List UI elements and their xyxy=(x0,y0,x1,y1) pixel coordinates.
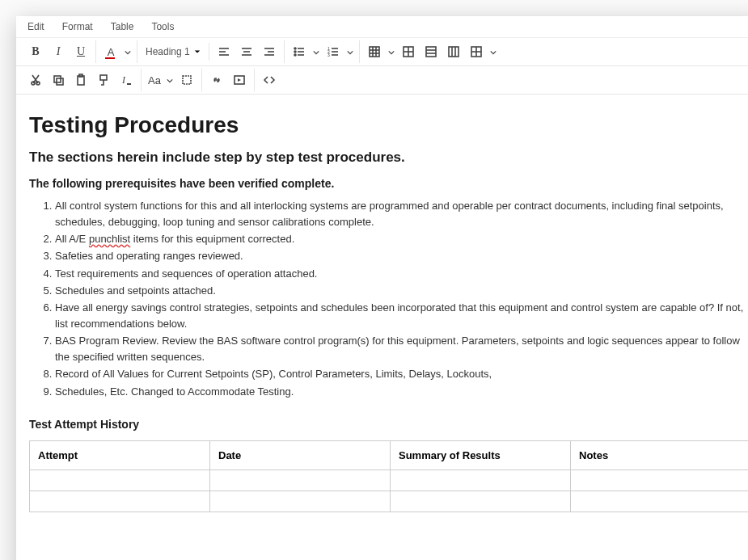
insert-table-menu[interactable] xyxy=(386,40,397,63)
numbered-list-menu[interactable] xyxy=(344,40,356,63)
list-item[interactable]: Schedules, Etc. Changed to Accommodate T… xyxy=(55,384,748,400)
svg-rect-49 xyxy=(183,76,191,84)
toolbar-row-2: I Aa xyxy=(16,66,748,95)
text-color-menu[interactable] xyxy=(122,40,133,63)
block-style-select[interactable]: Heading 1 xyxy=(141,43,205,61)
list-item[interactable]: Have all energy savings control strategi… xyxy=(55,300,748,332)
svg-text:I: I xyxy=(121,74,126,86)
menu-format[interactable]: Format xyxy=(59,19,96,34)
toolbar-row-1: B I U A Heading 1 123 xyxy=(16,38,748,66)
text-case-menu[interactable] xyxy=(164,69,175,91)
copy-button[interactable] xyxy=(47,69,70,91)
table-row[interactable] xyxy=(30,469,749,491)
svg-rect-46 xyxy=(100,75,107,80)
align-left-button[interactable] xyxy=(213,40,235,63)
menu-table[interactable]: Table xyxy=(108,19,137,34)
svg-marker-52 xyxy=(238,78,241,82)
doc-subtitle[interactable]: The sections herein include step by step… xyxy=(29,149,748,166)
col-attempt[interactable]: Attempt xyxy=(30,440,210,469)
chevron-down-icon xyxy=(194,48,201,55)
align-right-button[interactable] xyxy=(258,40,281,63)
table-props-button[interactable] xyxy=(397,40,420,63)
block-style-label: Heading 1 xyxy=(146,46,190,57)
table-row[interactable] xyxy=(30,491,749,512)
svg-text:3: 3 xyxy=(328,53,330,57)
cut-button[interactable] xyxy=(24,69,47,91)
insert-table-button[interactable] xyxy=(363,40,386,63)
list-item[interactable]: Safeties and operating ranges reviewed. xyxy=(55,248,748,264)
document-content[interactable]: Testing Procedures The sections herein i… xyxy=(16,95,748,560)
svg-rect-32 xyxy=(449,47,459,57)
svg-rect-43 xyxy=(57,78,63,85)
media-button[interactable] xyxy=(228,69,251,91)
bullet-list-button[interactable] xyxy=(288,40,311,63)
align-center-button[interactable] xyxy=(235,40,258,63)
menu-edit[interactable]: Edit xyxy=(24,19,48,34)
history-heading[interactable]: Test Attempt History xyxy=(29,418,748,431)
paste-format-button[interactable] xyxy=(92,69,115,91)
numbered-list-button[interactable]: 123 xyxy=(322,40,344,63)
svg-point-9 xyxy=(294,48,296,49)
history-table[interactable]: Attempt Date Summary of Results Notes xyxy=(29,440,748,512)
menu-tools[interactable]: Tools xyxy=(148,19,177,34)
italic-button[interactable]: I xyxy=(47,40,70,63)
col-summary[interactable]: Summary of Results xyxy=(391,440,571,469)
svg-point-11 xyxy=(294,54,296,56)
paste-button[interactable] xyxy=(70,69,92,91)
menubar: Edit Format Table Tools xyxy=(16,16,748,38)
list-item[interactable]: Schedules and setpoints attached. xyxy=(55,283,748,299)
prereq-list[interactable]: All control system functions for this an… xyxy=(55,198,748,400)
bold-button[interactable]: B xyxy=(24,40,47,63)
table-cell-button[interactable] xyxy=(465,40,488,63)
link-button[interactable] xyxy=(205,69,228,91)
list-item[interactable]: All A/E punchlist items for this equipme… xyxy=(55,231,748,247)
text-color-button[interactable]: A xyxy=(99,40,122,63)
svg-point-10 xyxy=(294,51,296,53)
col-notes[interactable]: Notes xyxy=(571,440,749,469)
svg-rect-29 xyxy=(426,47,436,57)
clear-format-button[interactable]: I xyxy=(115,69,137,91)
list-item[interactable]: Test requirements and sequences of opera… xyxy=(55,266,748,282)
svg-rect-21 xyxy=(370,47,379,57)
underline-button[interactable]: U xyxy=(70,40,92,63)
table-row-button[interactable] xyxy=(420,40,442,63)
doc-title[interactable]: Testing Procedures xyxy=(29,112,748,138)
table-cell-menu[interactable] xyxy=(488,40,499,63)
table-header-row[interactable]: Attempt Date Summary of Results Notes xyxy=(30,440,749,469)
source-code-button[interactable] xyxy=(258,69,281,91)
text-case-button[interactable]: Aa xyxy=(145,69,164,91)
list-item[interactable]: All control system functions for this an… xyxy=(55,198,748,230)
bullet-list-menu[interactable] xyxy=(311,40,322,63)
spellcheck-error[interactable]: punchlist xyxy=(89,233,130,245)
prereq-heading[interactable]: The following prerequisites have been ve… xyxy=(29,177,748,190)
editor-window: Edit Format Table Tools B I U A Heading … xyxy=(16,16,748,560)
select-all-button[interactable] xyxy=(175,69,198,91)
col-date[interactable]: Date xyxy=(210,440,391,469)
svg-rect-42 xyxy=(54,76,61,82)
table-col-button[interactable] xyxy=(442,40,465,63)
list-item[interactable]: Record of All Values for Current Setpoin… xyxy=(55,366,748,382)
list-item[interactable]: BAS Program Review. Review the BAS softw… xyxy=(55,333,748,365)
